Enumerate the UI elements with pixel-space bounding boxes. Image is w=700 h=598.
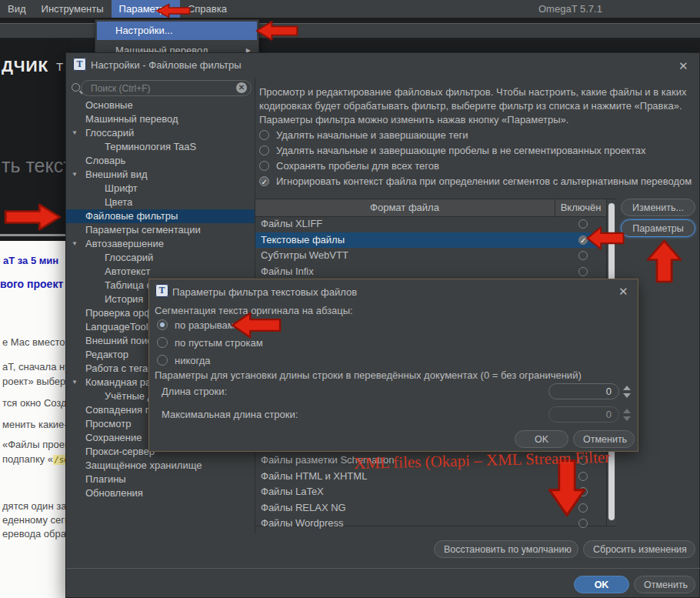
parameters-button[interactable]: Параметры [621,219,695,237]
tree-item-label: Обновления [85,487,143,499]
spinner-up-icon[interactable] [623,386,631,390]
enabled-checkbox-icon[interactable] [578,503,588,513]
segmentation-radios: по разрывам строк по пустым строкам нико… [157,316,263,369]
spinner-down-icon[interactable] [623,393,631,398]
tree-item-label: Словарь [85,155,125,166]
settings-tree-item[interactable]: ▼ Внешний вид [66,168,255,182]
enabled-checkbox-icon[interactable] [578,267,588,276]
enabled-checkbox-icon[interactable] [578,251,588,260]
background-text-fragment: тся окно Созда [2,397,72,409]
spinner-down-icon [623,416,631,421]
expand-arrow-icon[interactable]: ▼ [72,376,78,389]
table-row[interactable]: Файлы Infix [255,264,601,280]
clear-search-icon[interactable]: ✕ [236,82,247,93]
filter-option-checkbox[interactable]: Сохранять пробелы для всех тегов [259,159,692,174]
background-text-fragment: Т [56,60,63,73]
tree-item-label: Прокси-сервер [85,446,155,457]
search-input[interactable] [81,80,252,96]
settings-tree-item[interactable]: ▼ Шрифт [66,182,255,195]
close-icon[interactable]: ✕ [618,286,628,297]
table-row[interactable]: Файлы LaTeX [255,484,601,500]
filter-option-checkbox[interactable]: Игнорировать контекст файла при определе… [259,174,692,189]
tree-item-label: Командная раб [85,376,157,388]
expand-arrow-icon[interactable]: ▼ [72,237,78,251]
spinner-up-icon [623,409,631,413]
segmentation-radio[interactable]: по разрывам строк [157,316,263,334]
ok-button[interactable]: OK [574,576,629,593]
tree-item-label: Внешний поис [85,335,152,346]
segmentation-radio[interactable]: по пустым строкам [157,334,263,352]
radio-icon[interactable] [157,355,168,366]
enabled-checkbox-icon[interactable] [578,519,588,528]
settings-tree-item[interactable]: ▼ Глоссарий [66,251,255,265]
tree-item-label: История [105,293,143,305]
expand-arrow-icon[interactable]: ▼ [72,168,78,182]
menu-item[interactable]: Инструменты [34,0,112,18]
settings-tree-item[interactable]: ▼ Обновления [66,486,255,500]
radio-icon[interactable] [157,319,168,330]
settings-tree-item[interactable]: ▼ Глоссарий [66,126,255,140]
cancel-button[interactable]: Отменить [634,576,695,593]
checkbox-label: Сохранять пробелы для всех тегов [276,160,439,172]
close-icon[interactable]: ✕ [678,60,688,72]
reset-changes-button[interactable]: Сбросить изменения [583,540,695,558]
spinner-stepper [622,408,632,422]
enabled-checkbox-icon[interactable] [578,236,588,245]
spinner-stepper[interactable] [622,385,632,399]
filter-option-checkbox[interactable]: Удалять начальные и завершающие теги [259,128,692,143]
checkbox-icon[interactable] [259,145,269,155]
tree-item-label: Цвета [105,196,132,208]
settings-tree-item[interactable]: ▼ Параметры сегментации [66,223,255,237]
enabled-checkbox-icon[interactable] [578,487,588,496]
omegat-logo-icon: T [73,58,86,71]
dropdown-menu-item[interactable]: Настройки... [97,22,257,40]
expand-arrow-icon[interactable]: ▼ [72,126,78,140]
settings-tree-item[interactable]: ▼ Основные [66,99,255,112]
column-format: Формат файла [255,199,554,216]
tree-item-label: Автозавершение [85,238,164,249]
checkbox-icon[interactable] [259,130,269,140]
enabled-checkbox-icon[interactable] [578,219,588,229]
ok-button[interactable]: OK [515,430,568,448]
settings-tree-item[interactable]: ▼ Автотекст [66,265,255,279]
checkbox-icon[interactable] [259,176,269,186]
format-label: Текстовые файлы [261,234,345,246]
menu-item[interactable]: Вид [0,0,34,18]
background-text-fragment: менить какие- [2,419,68,430]
settings-tree-item[interactable]: ▼ Защищённое хранилище [66,459,255,473]
restore-defaults-button[interactable]: Восстановить по умолчанию [434,540,578,558]
description-line: кодировках будет обрабатывать фильтр, вы… [259,99,686,113]
background-text-fragment: роект» выбери [2,376,72,387]
format-label: Файлы XLIFF [261,218,322,229]
segmentation-radio[interactable]: никогда [157,352,263,369]
checkbox-icon[interactable] [259,161,269,171]
settings-tree-item[interactable]: ▼ Машинный перевод [66,112,255,126]
format-label: Файлы Wordpress [261,517,344,529]
settings-tree-item[interactable]: ▼ Файловые фильтры [66,209,255,223]
tree-item-label: Сохранение [85,432,142,443]
footer-divider [66,568,700,569]
line-length-input[interactable]: 0 [548,383,619,399]
description-line: Просмотр и редактирование файловых фильт… [259,85,686,99]
enabled-checkbox-icon[interactable] [578,472,588,481]
cancel-button[interactable]: Отменить [573,430,635,448]
table-row[interactable]: Текстовые файлы [255,232,601,249]
menu-item[interactable]: Справка [180,0,235,18]
filter-option-checkbox[interactable]: Удалять начальные и завершающие пробелы … [259,143,692,159]
table-row[interactable]: Субтитры WebVTT [255,248,601,264]
table-row[interactable]: Файлы RELAX NG [255,500,601,516]
settings-tree-item[interactable]: ▼ Плагины [66,473,255,486]
tree-item-label: Работа с тегам [85,362,155,374]
tree-item-label: Редактор [85,349,128,360]
menu-item[interactable]: Параметры [112,0,180,18]
radio-label: по пустым строкам [175,337,263,349]
settings-tree-item[interactable]: ▼ Терминология TaaS [66,140,255,154]
settings-tree-item[interactable]: ▼ Цвета [66,195,255,209]
table-row[interactable]: Файлы Wordpress [255,516,601,532]
settings-tree-item[interactable]: ▼ Автозавершение [66,237,255,251]
settings-tree-item[interactable]: ▼ Словарь [66,154,255,168]
search-icon [72,83,80,92]
edit-button[interactable]: Изменить... [621,199,695,216]
radio-icon[interactable] [157,337,168,348]
table-row[interactable]: Файлы XLIFF [255,216,601,232]
